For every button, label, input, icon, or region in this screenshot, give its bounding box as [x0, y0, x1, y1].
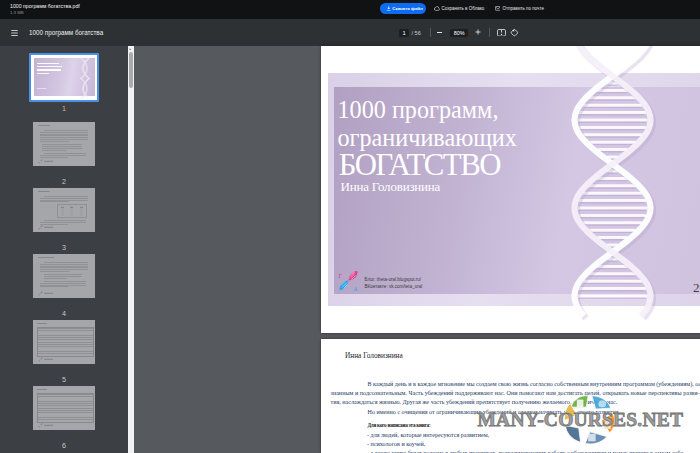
svg-text:A: A [353, 286, 358, 292]
svg-text:T: T [338, 273, 342, 279]
